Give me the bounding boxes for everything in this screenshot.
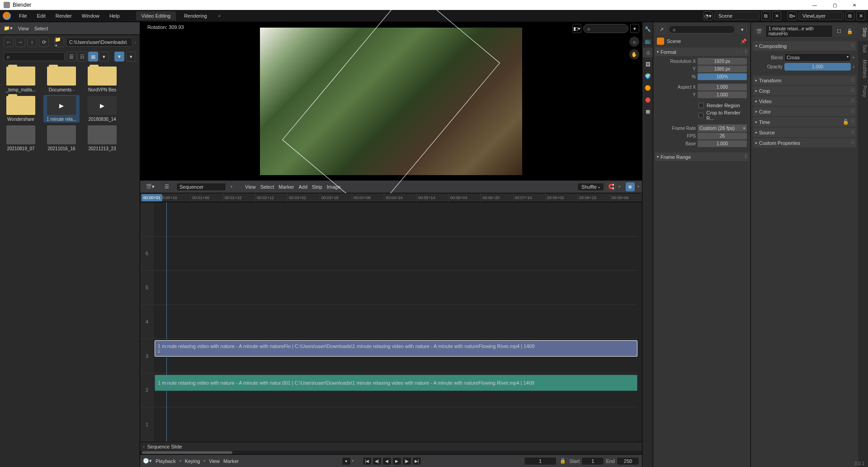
texture-tab-icon[interactable]: ▦: [643, 106, 653, 116]
menu-edit[interactable]: Edit: [33, 11, 50, 20]
overlap-mode-dropdown[interactable]: Shuffle ▾: [577, 183, 604, 191]
drag-icon[interactable]: ⠿: [851, 119, 854, 125]
drag-icon[interactable]: ⠿: [851, 43, 854, 49]
nav-forward-button[interactable]: →: [15, 37, 25, 47]
menu-help[interactable]: Help: [105, 11, 124, 20]
editor-type-dropdown[interactable]: 📁▾: [4, 25, 13, 31]
drag-icon[interactable]: ⠿: [851, 98, 854, 104]
panel-header-color[interactable]: ▸Color⠿: [753, 107, 856, 116]
chevron-right-icon[interactable]: ›: [143, 444, 145, 449]
new-folder-button[interactable]: 📁+: [54, 37, 64, 47]
overlay-toggle-button[interactable]: ◉: [626, 182, 635, 191]
keyframe-dot[interactable]: [853, 57, 854, 58]
zoom-tool-icon[interactable]: ⌕: [629, 37, 639, 47]
maximize-button[interactable]: ▢: [825, 0, 844, 10]
resolution-percent-input[interactable]: 100%: [698, 73, 747, 80]
filter-button[interactable]: ▼: [114, 52, 124, 62]
ruler-tick[interactable]: 00:05+14: [416, 193, 448, 202]
base-input[interactable]: 1.000: [698, 140, 747, 147]
start-frame-input[interactable]: 1: [581, 457, 604, 465]
format-panel-header[interactable]: ▾ Format ⋮⋮ ⠿: [655, 48, 749, 56]
drag-icon[interactable]: ⠿: [851, 140, 854, 146]
seq-menu-add[interactable]: Add: [298, 184, 307, 190]
scene-delete-icon[interactable]: ✕: [772, 11, 781, 20]
strip-mute-icon[interactable]: ☐: [835, 27, 844, 36]
view-list-button[interactable]: ☰: [66, 52, 76, 62]
tool-tab-icon[interactable]: 🔧: [643, 24, 653, 34]
snap-button[interactable]: 🧲: [607, 182, 616, 191]
panel-header-source[interactable]: ▸Source⠿: [753, 128, 856, 137]
timeline-editor-type[interactable]: 🕐▾: [143, 458, 152, 464]
drag-icon[interactable]: ⠿: [851, 88, 854, 94]
blender-icon[interactable]: [3, 12, 11, 20]
ruler-tick[interactable]: 00:00+16: [158, 193, 190, 202]
file-item[interactable]: 20180830_14: [84, 95, 120, 123]
current-frame-indicator[interactable]: 00:00+01: [141, 194, 162, 201]
play-button[interactable]: ▶: [392, 457, 401, 465]
sequencer-mode-input[interactable]: Sequencer: [176, 183, 226, 191]
ruler-tick[interactable]: 00:08+00: [545, 193, 577, 202]
render-tab-icon[interactable]: 📺: [643, 36, 653, 46]
drag-icon[interactable]: ⠿: [744, 49, 747, 55]
render-region-checkbox[interactable]: [698, 103, 704, 108]
playback-menu[interactable]: Playback: [156, 458, 176, 464]
timeline-area[interactable]: 654321 1 minute relaxing video with natu…: [140, 202, 642, 442]
output-tab-icon[interactable]: 🖨: [643, 48, 653, 57]
ruler-tick[interactable]: 00:06+04: [448, 193, 481, 202]
lock-icon[interactable]: 🔓: [843, 119, 849, 125]
aspect-x-input[interactable]: 1.000: [698, 84, 747, 91]
panel-header-video[interactable]: ▸Video⠿: [753, 96, 856, 106]
ruler-tick[interactable]: 00:01+06: [190, 193, 222, 202]
jump-start-button[interactable]: |◀: [363, 457, 372, 465]
ruler-tick[interactable]: 00:04+08: [352, 193, 384, 202]
file-item[interactable]: 20210819_07: [3, 124, 39, 152]
drag-icon[interactable]: ⠿: [851, 77, 854, 83]
menu-file[interactable]: File: [14, 11, 32, 20]
view-grid-button[interactable]: ▦: [88, 52, 98, 62]
current-frame-input[interactable]: 1: [524, 457, 557, 465]
viewlayer-browse-icon[interactable]: ⧉▾: [788, 11, 797, 20]
workspace-tab-video-editing[interactable]: Video Editing: [136, 11, 176, 20]
panel-menu-icon[interactable]: ⋮⋮: [734, 49, 742, 55]
keyframe-next-button[interactable]: |▶: [402, 457, 411, 465]
nav-refresh-button[interactable]: ⟳: [39, 37, 49, 47]
file-path-input[interactable]: C:\Users\user\Downloads\: [66, 38, 132, 47]
aspect-y-input[interactable]: 1.000: [698, 91, 747, 98]
ruler-tick[interactable]: 00:07+10: [513, 193, 545, 202]
keyframe-prev-button[interactable]: ◀|: [373, 457, 382, 465]
fps-input[interactable]: 26: [698, 133, 747, 139]
opacity-input[interactable]: 1.000: [784, 63, 851, 71]
playback-marker-menu[interactable]: Marker: [223, 458, 239, 464]
file-search-input[interactable]: ⌕: [4, 52, 65, 61]
scene-tab-icon[interactable]: 🌍: [643, 71, 653, 81]
tracks-container[interactable]: 1 minute relaxing video with nature - A …: [154, 202, 642, 442]
seq-menu-view[interactable]: View: [245, 184, 256, 190]
file-item[interactable]: 20211016_16: [43, 124, 80, 152]
panel-header-transform[interactable]: ▸Transform⠿: [753, 76, 856, 85]
menu-window[interactable]: Window: [77, 11, 104, 20]
crop-region-checkbox[interactable]: [698, 113, 703, 118]
timeline-ruler[interactable]: 00:00+01 00:00+1600:01+0600:01+2200:02+1…: [140, 193, 642, 202]
pan-tool-icon[interactable]: ✋: [629, 49, 639, 59]
add-workspace-button[interactable]: +: [214, 11, 224, 20]
menu-render[interactable]: Render: [51, 11, 76, 20]
seq-menu-select[interactable]: Select: [260, 184, 274, 190]
fb-menu-view[interactable]: View: [18, 26, 29, 31]
file-item[interactable]: 1 minute rela...: [43, 95, 80, 123]
world-tab-icon[interactable]: 🟠: [643, 83, 653, 93]
file-item[interactable]: NordVPN Bes: [84, 66, 120, 93]
timeline-scrollbar[interactable]: [140, 451, 642, 454]
ruler-tick[interactable]: 00:06+20: [481, 193, 513, 202]
strip-tab-strip[interactable]: Strip: [858, 24, 868, 41]
end-frame-input[interactable]: 250: [617, 457, 639, 465]
frame-lock-icon[interactable]: 🔒: [558, 457, 567, 466]
panel-header-time[interactable]: ▸Time🔓⠿: [753, 117, 856, 127]
props-search-input[interactable]: ⌕: [669, 25, 735, 33]
props-options[interactable]: ▾: [738, 25, 747, 34]
jump-end-button[interactable]: ▶|: [412, 457, 421, 465]
fb-menu-select[interactable]: Select: [34, 26, 48, 31]
ruler-tick[interactable]: 00:09+06: [610, 193, 642, 202]
nav-back-button[interactable]: ←: [4, 37, 14, 47]
view-details-button[interactable]: ☷: [77, 52, 87, 62]
strip-tab-modifiers[interactable]: Modifiers: [858, 56, 868, 82]
